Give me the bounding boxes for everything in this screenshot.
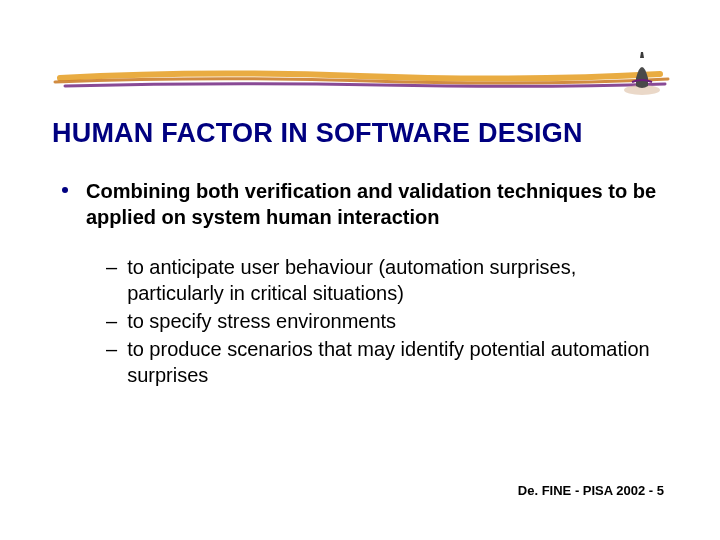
sub-item-text: to specify stress environments	[127, 308, 396, 334]
sub-item-text: to anticipate user behaviour (automation…	[127, 254, 662, 306]
bullet-icon	[62, 187, 68, 193]
slide-footer: De. FINE - PISA 2002 - 5	[518, 483, 664, 498]
main-bullet-text: Combining both verification and validati…	[86, 178, 662, 230]
sub-list-item: – to anticipate user behaviour (automati…	[106, 254, 662, 306]
sub-list: – to anticipate user behaviour (automati…	[106, 254, 662, 388]
sub-list-item: – to specify stress environments	[106, 308, 662, 334]
bullet-item: Combining both verification and validati…	[62, 178, 662, 230]
slide-content: Combining both verification and validati…	[62, 178, 662, 390]
slide-title: HUMAN FACTOR IN SOFTWARE DESIGN	[52, 118, 672, 149]
sub-item-text: to produce scenarios that may identify p…	[127, 336, 662, 388]
sub-list-item: – to produce scenarios that may identify…	[106, 336, 662, 388]
dash-icon: –	[106, 308, 117, 334]
header-decoration	[0, 52, 720, 112]
dash-icon: –	[106, 254, 117, 280]
svg-point-0	[624, 85, 660, 95]
dash-icon: –	[106, 336, 117, 362]
